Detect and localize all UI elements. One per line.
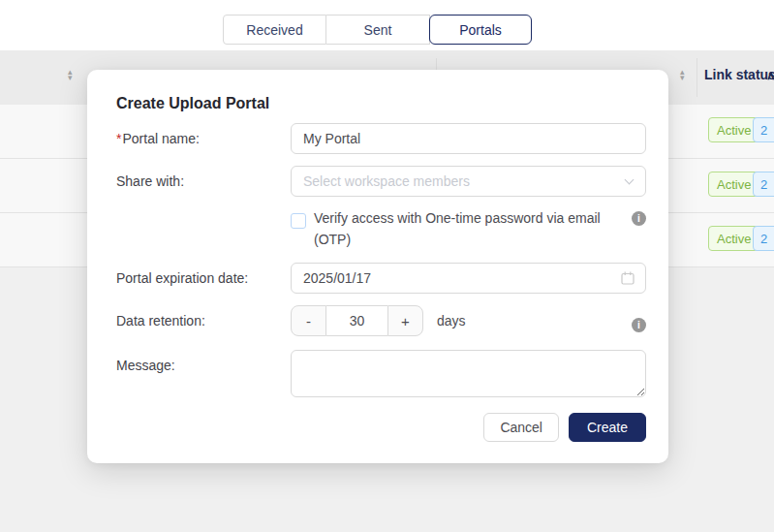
message-textarea[interactable] (291, 350, 646, 397)
sort-desc-arrow: ▾ (68, 76, 73, 81)
column-divider (697, 58, 697, 97)
sort-desc-arrow: ▾ (680, 76, 685, 81)
share-with-row: Share with: Select workspace members (116, 166, 646, 197)
increment-button[interactable]: + (387, 305, 423, 336)
retention-stepper: - + (291, 305, 423, 336)
otp-spacer (116, 205, 291, 213)
retention-unit-label: days (437, 313, 466, 329)
create-upload-portal-modal: Create Upload Portal *Portal name: Share… (87, 70, 668, 463)
portal-name-row: *Portal name: (116, 123, 646, 154)
cancel-button[interactable]: Cancel (483, 413, 559, 442)
expiration-date-input[interactable]: 2025/01/17 (291, 263, 646, 294)
sort-caret-icon: ∧ (766, 68, 774, 82)
decrement-button[interactable]: - (291, 305, 326, 336)
select-placeholder: Select workspace members (303, 173, 470, 189)
top-bar: Received Sent Portals (0, 0, 774, 50)
data-retention-label: Data retention: (116, 305, 291, 329)
otp-checkbox[interactable] (291, 213, 306, 229)
sort-icon[interactable]: ▴ ▾ (68, 70, 73, 80)
message-row: Message: (116, 350, 646, 397)
otp-checkbox-label: Verify access with One-time password via… (314, 205, 604, 250)
required-asterisk: * (116, 131, 121, 146)
modal-footer: Cancel Create (116, 413, 646, 442)
expiration-date-label: Portal expiration date: (116, 263, 291, 286)
inbox-tab-group: Received Sent Portals (223, 15, 532, 45)
expiration-date-row: Portal expiration date: 2025/01/17 (116, 263, 646, 294)
portal-name-label: *Portal name: (116, 123, 291, 146)
sort-icon[interactable]: ▴ ▾ (680, 70, 685, 80)
retention-value-input[interactable] (326, 305, 387, 336)
info-icon[interactable]: i (632, 211, 646, 226)
count-badge: 2 (753, 226, 774, 251)
chevron-down-icon (625, 175, 635, 185)
share-with-label: Share with: (116, 166, 291, 189)
tab-received[interactable]: Received (223, 15, 326, 45)
info-icon[interactable]: i (632, 318, 646, 332)
create-button[interactable]: Create (569, 413, 646, 442)
tab-sent[interactable]: Sent (326, 15, 430, 45)
share-with-select[interactable]: Select workspace members (291, 166, 646, 197)
expiration-date-value: 2025/01/17 (303, 270, 371, 286)
tab-portals[interactable]: Portals (429, 15, 532, 45)
count-badge: 2 (753, 117, 774, 142)
count-badge: 2 (753, 172, 774, 197)
calendar-icon[interactable] (621, 271, 635, 285)
portal-name-input[interactable] (291, 123, 646, 154)
message-label: Message: (116, 350, 291, 373)
data-retention-row: Data retention: - + days i (116, 305, 646, 336)
otp-row: Verify access with One-time password via… (116, 205, 646, 250)
link-status-column-header: Link status (704, 67, 774, 82)
modal-title: Create Upload Portal (116, 95, 646, 112)
